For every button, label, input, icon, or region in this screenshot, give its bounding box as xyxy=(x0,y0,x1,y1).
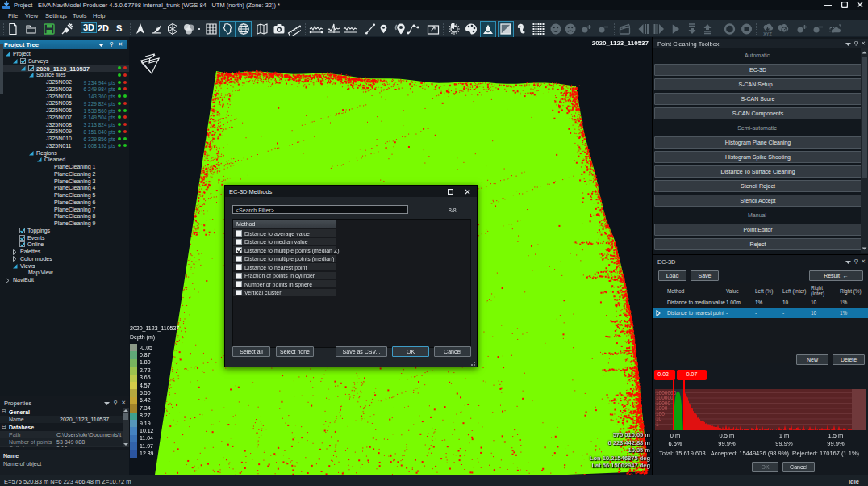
svg-text:XYZ: XYZ xyxy=(763,31,772,36)
